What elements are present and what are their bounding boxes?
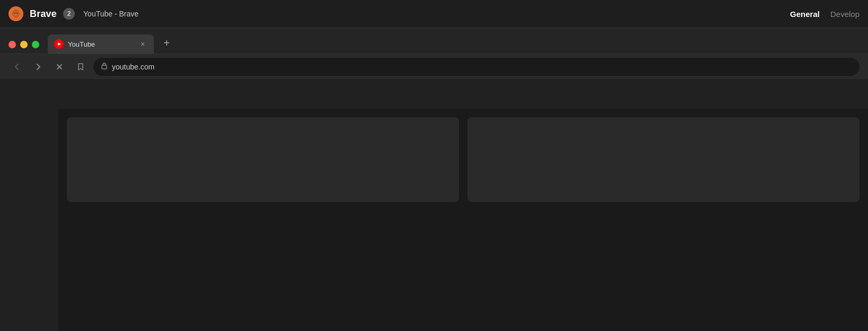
brave-logo-icon: [8, 6, 23, 21]
svg-point-2: [14, 13, 15, 14]
nav-bar: youtube.com: [0, 54, 868, 79]
new-tab-button[interactable]: +: [158, 34, 175, 51]
title-bar-page-title: YouTube - Brave: [83, 10, 138, 18]
svg-point-5: [17, 13, 18, 14]
maximize-button[interactable]: [32, 41, 39, 48]
window-controls: [8, 41, 39, 54]
svg-point-3: [16, 13, 18, 14]
page-content: [0, 79, 868, 331]
yt-card-2: [467, 117, 860, 202]
browser-chrome: YouTube × +: [0, 28, 868, 79]
svg-point-4: [15, 13, 15, 14]
title-bar: Brave 2 YouTube - Brave General Develop: [0, 0, 868, 28]
address-url: youtube.com: [112, 63, 154, 71]
menu-item-general[interactable]: General: [790, 10, 820, 19]
stop-reload-button[interactable]: [51, 58, 68, 75]
bookmark-button[interactable]: [72, 58, 89, 75]
yt-card-1: [67, 117, 459, 202]
tab-title: YouTube: [68, 40, 134, 48]
tab-count-badge: 2: [63, 8, 75, 20]
lock-icon: [101, 62, 108, 71]
tab-favicon-icon: [54, 39, 64, 49]
back-button[interactable]: [8, 58, 25, 75]
menu-item-develop[interactable]: Develop: [830, 10, 860, 19]
forward-button[interactable]: [30, 58, 47, 75]
app-name-label: Brave: [30, 8, 57, 20]
title-bar-menu: General Develop: [790, 10, 860, 19]
minimize-button[interactable]: [20, 41, 28, 48]
tab-close-button[interactable]: ×: [138, 39, 147, 49]
close-button[interactable]: [8, 41, 16, 48]
yt-sidebar-skeleton: [0, 109, 58, 331]
active-tab[interactable]: YouTube ×: [48, 34, 154, 54]
yt-top-bar-skeleton: [0, 79, 868, 109]
svg-rect-8: [102, 65, 107, 69]
tab-bar: YouTube × +: [0, 28, 868, 54]
address-bar[interactable]: youtube.com: [93, 58, 860, 76]
yt-main-content-skeleton: [58, 109, 868, 331]
